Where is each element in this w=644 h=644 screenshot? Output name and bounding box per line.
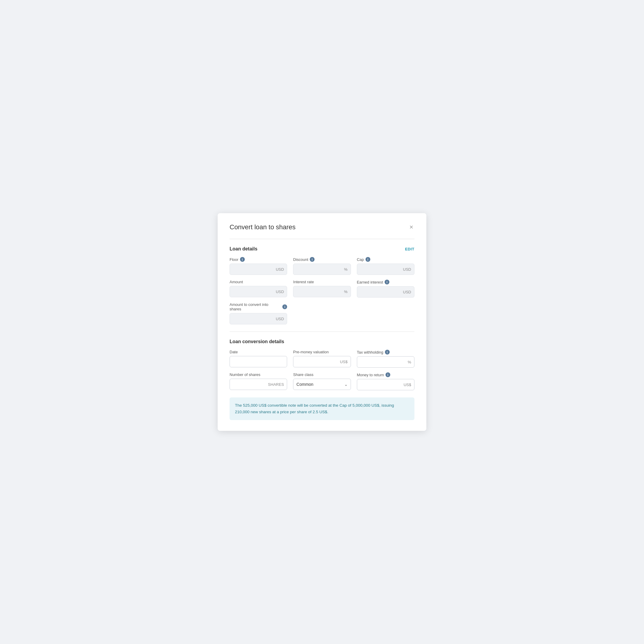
share-class-label: Share class [293, 372, 351, 377]
discount-info-icon: i [310, 257, 315, 262]
money-to-return-suffix: US$ [401, 380, 414, 390]
pre-money-input-wrapper: 10,000,000.00 US$ [293, 356, 351, 367]
loan-details-title: Loan details [230, 246, 257, 252]
pre-money-input[interactable]: 10,000,000.00 [293, 356, 337, 367]
earned-interest-info-icon: i [385, 280, 389, 284]
tax-withholding-input[interactable]: 0.00 [357, 357, 405, 367]
loan-details-header: Loan details EDIT [230, 246, 414, 252]
interest-rate-label: Interest rate [293, 280, 351, 284]
discount-label: Discount i [293, 257, 351, 262]
earned-interest-label: Earned interest i [357, 280, 414, 284]
earned-interest-suffix: USD [400, 287, 414, 297]
amount-input-wrapper: 500,000.00 USD [230, 286, 287, 297]
loan-conversion-title: Loan conversion details [230, 339, 284, 344]
interest-rate-field-group: Interest rate 5 % [293, 280, 351, 298]
convert-loan-modal: Convert loan to shares × Loan details ED… [218, 213, 426, 431]
amount-input[interactable]: 500,000.00 [230, 286, 273, 297]
amount-to-convert-info-icon: i [282, 304, 287, 309]
money-to-return-field-group: Money to return i 0.00 US$ [357, 372, 414, 390]
close-button[interactable]: × [408, 223, 414, 232]
amount-label: Amount [230, 280, 287, 284]
number-of-shares-input[interactable]: 210,000 [230, 379, 265, 390]
cap-input[interactable]: 5,000,000.00 [357, 264, 400, 275]
cap-label: Cap i [357, 257, 414, 262]
modal-title: Convert loan to shares [230, 223, 295, 231]
floor-input-wrapper: 0.00 USD [230, 264, 287, 275]
section-divider [230, 332, 414, 332]
share-class-field-group: Share class Common Preferred Other ⌄ [293, 372, 351, 390]
earned-interest-input-wrapper: 25,000.00 USD [357, 286, 414, 298]
amount-field-group: Amount 500,000.00 USD [230, 280, 287, 298]
date-input[interactable]: 11/11/2022 [230, 356, 287, 367]
floor-label: Floor i [230, 257, 287, 262]
floor-field-group: Floor i 0.00 USD [230, 257, 287, 275]
number-of-shares-label: Number of shares [230, 372, 287, 377]
amount-to-convert-input[interactable]: 525,000.00 [230, 313, 273, 324]
amount-to-convert-input-wrapper: 525,000.00 USD [230, 313, 287, 324]
date-input-wrapper: 11/11/2022 [230, 356, 287, 367]
pre-money-label: Pre-money valuation [293, 350, 351, 354]
floor-input[interactable]: 0.00 [230, 264, 273, 275]
tax-withholding-suffix: % [405, 357, 414, 367]
tax-withholding-input-wrapper: 0.00 % [357, 356, 414, 368]
tax-withholding-label: Tax withholding i [357, 350, 414, 354]
discount-input[interactable]: 20 [293, 264, 341, 275]
number-of-shares-field-group: Number of shares 210,000 SHARES [230, 372, 287, 390]
floor-info-icon: i [240, 257, 245, 262]
discount-input-wrapper: 20 % [293, 264, 351, 275]
interest-rate-suffix: % [341, 287, 351, 297]
share-class-select-wrapper[interactable]: Common Preferred Other ⌄ [293, 379, 351, 390]
modal-header: Convert loan to shares × [230, 223, 414, 232]
cap-info-icon: i [366, 257, 370, 262]
edit-button[interactable]: EDIT [405, 247, 414, 251]
loan-conversion-grid: Date 11/11/2022 Pre-money valuation 10,0… [230, 350, 414, 390]
money-to-return-input-wrapper: 0.00 US$ [357, 379, 414, 390]
money-to-return-input[interactable]: 0.00 [357, 379, 401, 390]
amount-to-convert-label: Amount to convert into shares i [230, 302, 287, 311]
cap-suffix: USD [400, 264, 414, 275]
loan-details-grid: Floor i 0.00 USD Discount i 20 % [230, 257, 414, 324]
money-to-return-label: Money to return i [357, 372, 414, 377]
amount-to-convert-suffix: USD [273, 314, 287, 324]
loan-details-section: Loan details EDIT Floor i 0.00 USD Disco… [230, 246, 414, 324]
share-class-select[interactable]: Common Preferred Other [293, 379, 341, 390]
cap-field-group: Cap i 5,000,000.00 USD [357, 257, 414, 275]
discount-suffix: % [341, 264, 351, 275]
date-field-group: Date 11/11/2022 [230, 350, 287, 368]
tax-withholding-field-group: Tax withholding i 0.00 % [357, 350, 414, 368]
earned-interest-input[interactable]: 25,000.00 [357, 287, 400, 297]
tax-withholding-info-icon: i [385, 350, 390, 354]
money-to-return-info-icon: i [386, 372, 390, 377]
amount-to-convert-field-group: Amount to convert into shares i 525,000.… [230, 302, 287, 324]
pre-money-field-group: Pre-money valuation 10,000,000.00 US$ [293, 350, 351, 368]
header-divider [230, 239, 414, 239]
pre-money-suffix: US$ [337, 357, 350, 367]
loan-conversion-header: Loan conversion details [230, 339, 414, 344]
loan-conversion-section: Loan conversion details Date 11/11/2022 … [230, 339, 414, 390]
interest-rate-input-wrapper: 5 % [293, 286, 351, 297]
number-of-shares-suffix: SHARES [265, 379, 287, 390]
chevron-down-icon: ⌄ [341, 379, 351, 390]
date-label: Date [230, 350, 287, 354]
info-box-text: The 525,000 US$ convertible note will be… [235, 402, 409, 415]
amount-suffix: USD [273, 287, 287, 297]
discount-field-group: Discount i 20 % [293, 257, 351, 275]
info-box: The 525,000 US$ convertible note will be… [230, 397, 414, 420]
earned-interest-field-group: Earned interest i 25,000.00 USD [357, 280, 414, 298]
number-of-shares-input-wrapper: 210,000 SHARES [230, 379, 287, 390]
interest-rate-input[interactable]: 5 [293, 286, 341, 297]
cap-input-wrapper: 5,000,000.00 USD [357, 264, 414, 275]
floor-suffix: USD [273, 264, 287, 275]
